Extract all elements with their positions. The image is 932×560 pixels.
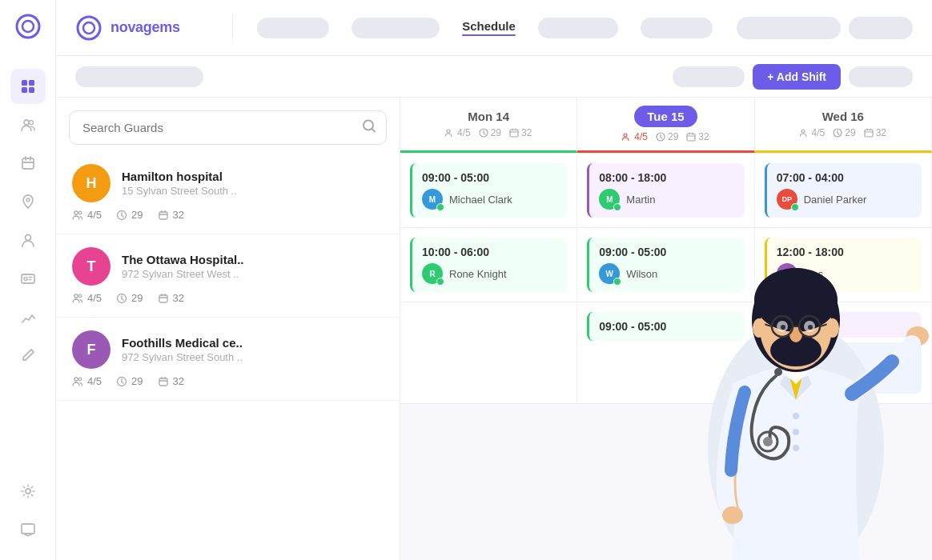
sidebar-item-schedule[interactable] xyxy=(10,146,46,181)
brand-logo-icon xyxy=(75,14,102,42)
location-address-ottawa: 972 Sylvan Street West .. xyxy=(122,268,384,280)
search-icon xyxy=(361,118,377,134)
location-item-foothills[interactable]: F Foothills Medical ce.. 972 Sylvan Stre… xyxy=(56,318,400,401)
sidebar-item-settings[interactable] xyxy=(10,474,46,509)
schedule-cell-foothills-mon xyxy=(400,302,577,403)
shift-card-ottawa-tue-1[interactable]: 09:00 - 05:00 W Wilson xyxy=(587,238,744,292)
toolbar-view-pill[interactable] xyxy=(673,66,745,87)
svg-point-23 xyxy=(78,294,82,298)
sidebar-item-message[interactable] xyxy=(10,512,46,547)
day-stats-mon: 4/5 29 32 xyxy=(445,127,532,138)
svg-rect-4 xyxy=(22,87,27,93)
shift-card-foothills-wed-2[interactable]: ...00 DM David Miller xyxy=(765,342,922,394)
sidebar-item-chart[interactable] xyxy=(10,299,46,334)
shift-time-daniel: 07:00 - 04:00 xyxy=(777,171,912,184)
svg-rect-25 xyxy=(159,295,167,302)
guard-name-rone: Rone Knight xyxy=(449,268,507,280)
location-stats-foothills: 4/5 29 32 xyxy=(72,375,384,387)
shift-card-ottawa-wed-1[interactable]: 12:00 - 18:00 J ...es xyxy=(765,238,922,292)
svg-point-15 xyxy=(78,17,100,39)
guard-avatar-david: DM xyxy=(777,366,797,387)
nav-divider xyxy=(232,14,233,42)
topnav-brand: novagems xyxy=(75,14,219,42)
id-card-icon xyxy=(20,270,36,286)
guard-name-martin: Martin xyxy=(626,194,655,206)
location-stats-hamilton: 4/5 29 32 xyxy=(72,209,384,221)
location-address-foothills: 972 Sylvan Street South .. xyxy=(122,351,384,363)
toolbar-right-pill[interactable] xyxy=(849,66,913,87)
toolbar-left-pill[interactable] xyxy=(75,66,203,87)
shift-card-ottawa-mon-1[interactable]: 10:00 - 06:00 R Rone Knight xyxy=(410,238,567,292)
shift-time-rone: 10:00 - 06:00 xyxy=(422,246,557,258)
guard-name-david: David Miller xyxy=(804,371,858,383)
calendar-icon-foothills xyxy=(158,376,169,387)
guard-name-ottawa-wed: ...es xyxy=(804,268,824,280)
sidebar-item-edit[interactable] xyxy=(10,338,46,373)
location-item-ottawa[interactable]: T The Ottawa Hospital.. 972 Sylvan Stree… xyxy=(56,234,400,318)
schedule-cell-ottawa-mon: 10:00 - 06:00 R Rone Knight xyxy=(400,228,577,302)
shift-time: 09:00 - 05:00 xyxy=(422,171,557,184)
sidebar-item-location[interactable] xyxy=(10,184,46,219)
location-name-ottawa: The Ottawa Hospital.. xyxy=(122,253,384,266)
stat-guards-hamilton: 4/5 xyxy=(72,209,102,221)
topnav-right xyxy=(737,17,913,39)
shift-card-hamilton-mon-1[interactable]: 09:00 - 05:00 M Michael Clark xyxy=(410,163,567,218)
nav-pill-4[interactable] xyxy=(641,18,713,38)
clock-icon-foothills xyxy=(116,376,127,387)
svg-point-6 xyxy=(24,120,29,125)
svg-point-27 xyxy=(78,378,82,381)
day-col-wed: Wed 16 4/5 29 xyxy=(755,98,932,153)
guards-icon xyxy=(20,117,36,133)
add-shift-button[interactable]: + Add Shift xyxy=(753,64,841,90)
cal-stat-icon xyxy=(509,128,519,138)
people-icon-foothills xyxy=(72,376,83,387)
shift-card-hamilton-wed-1[interactable]: 07:00 - 04:00 DP Daniel Parker xyxy=(765,163,922,218)
day-headers: Mon 14 4/5 29 xyxy=(400,98,932,154)
topnav-tabs: Schedule xyxy=(246,18,724,38)
location-icon xyxy=(20,194,36,210)
stat-hours-hamilton: 29 xyxy=(116,209,143,221)
schedule-cell-foothills-tue: 09:00 - 05:00 xyxy=(577,302,754,403)
nav-pill-2[interactable] xyxy=(352,18,440,38)
day-col-tue: Tue 15 4/5 29 xyxy=(577,98,754,153)
day-stats-wed: 4/5 29 32 xyxy=(800,127,886,138)
sidebar-item-person[interactable] xyxy=(10,222,46,258)
search-button[interactable] xyxy=(361,118,377,138)
svg-point-19 xyxy=(78,211,82,214)
shift-time-wilson: 09:00 - 05:00 xyxy=(599,246,734,258)
nav-pill-1[interactable] xyxy=(257,18,329,38)
guard-avatar-martin: M xyxy=(599,189,620,210)
topnav-right-pill2[interactable] xyxy=(849,17,913,39)
svg-rect-14 xyxy=(22,524,34,534)
guard-avatar-ottawa-wed: J xyxy=(777,263,797,284)
people-icon xyxy=(72,210,83,221)
svg-point-33 xyxy=(624,134,627,137)
guard-panel: H Hamilton hospital 15 Sylvan Street Sou… xyxy=(56,98,400,560)
search-input[interactable] xyxy=(69,110,387,145)
people-stat-icon xyxy=(445,128,455,138)
svg-point-13 xyxy=(26,489,30,494)
sidebar-item-id-card[interactable] xyxy=(10,261,46,296)
shift-time-ottawa-wed: 12:00 - 18:00 xyxy=(777,246,912,258)
tab-schedule[interactable]: Schedule xyxy=(462,19,516,36)
stat-shifts-hamilton: 32 xyxy=(158,209,184,221)
toolbar: + Add Shift xyxy=(56,56,932,98)
svg-rect-8 xyxy=(22,158,34,169)
schedule-row-ottawa: 10:00 - 06:00 R Rone Knight xyxy=(400,228,932,302)
topnav-right-pill1[interactable] xyxy=(737,17,841,39)
clock-icon-ottawa xyxy=(116,293,127,304)
shift-card-foothills-wed-1[interactable]: ...ight xyxy=(765,312,922,338)
people-stat-tue-icon xyxy=(622,132,632,142)
shift-card-foothills-tue-1[interactable]: 09:00 - 05:00 xyxy=(587,312,744,341)
location-avatar-hamilton: H xyxy=(72,164,110,202)
day-label-mon: Mon 14 xyxy=(468,110,509,123)
shift-card-hamilton-tue-1[interactable]: 08:00 - 18:00 M Martin xyxy=(587,163,744,218)
sidebar-item-guards[interactable] xyxy=(10,107,46,142)
sidebar-item-dashboard[interactable] xyxy=(10,69,46,104)
location-item-hamilton[interactable]: H Hamilton hospital 15 Sylvan Street Sou… xyxy=(56,151,400,234)
svg-point-7 xyxy=(29,121,33,125)
svg-point-9 xyxy=(26,198,30,202)
chart-icon xyxy=(20,309,36,325)
svg-point-18 xyxy=(74,210,78,214)
nav-pill-3[interactable] xyxy=(538,18,618,38)
